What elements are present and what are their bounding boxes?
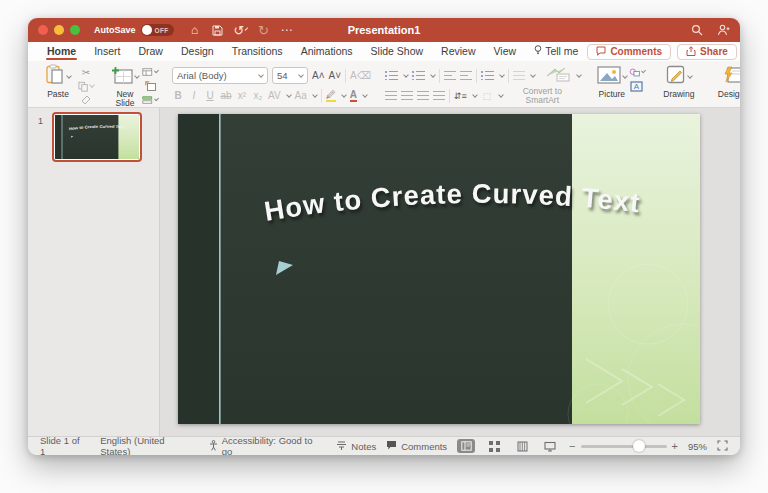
autosave-state: OFF xyxy=(155,27,169,34)
underline-button: U xyxy=(204,90,216,101)
zoom-out-icon[interactable]: − xyxy=(569,440,575,452)
notes-icon xyxy=(336,440,347,452)
zoom-knob[interactable] xyxy=(633,440,645,452)
zoom-slider[interactable]: − + xyxy=(569,440,678,452)
tab-draw[interactable]: Draw xyxy=(129,43,172,60)
normal-view-button[interactable] xyxy=(457,439,475,453)
comments-panel-button[interactable]: Comments xyxy=(386,440,447,452)
tab-insert[interactable]: Insert xyxy=(85,43,129,60)
zoom-in-icon[interactable]: + xyxy=(672,440,678,452)
line-spacing-button[interactable]: ⇵≡ xyxy=(454,91,467,101)
search-icon[interactable] xyxy=(690,23,704,37)
align-right-icon[interactable] xyxy=(417,91,429,100)
new-slide-button[interactable]: New Slide xyxy=(108,65,142,109)
accessibility-status[interactable]: Accessibility: Good to go xyxy=(209,435,323,455)
tab-home[interactable]: Home xyxy=(38,43,85,60)
shapes-icon[interactable] xyxy=(629,66,645,78)
lightbulb-icon xyxy=(534,45,542,57)
layout-icon[interactable] xyxy=(142,66,158,78)
slideshow-button[interactable] xyxy=(541,439,559,453)
language-selector[interactable]: English (United States) xyxy=(100,435,194,455)
slide-number: 1 xyxy=(38,116,43,126)
strikethrough-button: ab xyxy=(220,90,232,101)
more-commands-icon[interactable]: ⋯ xyxy=(280,23,294,37)
font-color-button: A xyxy=(350,90,357,102)
fit-slide-icon[interactable] xyxy=(717,440,728,453)
decrease-indent-icon[interactable] xyxy=(444,71,456,80)
save-icon[interactable] xyxy=(211,23,225,37)
zoom-track[interactable] xyxy=(581,445,667,448)
increase-indent-icon[interactable] xyxy=(460,71,472,80)
character-spacing-button: AV xyxy=(268,90,281,101)
decrease-font-size-button[interactable]: A˅ xyxy=(329,70,342,81)
notes-button[interactable]: Notes xyxy=(336,440,376,452)
increase-font-size-button[interactable]: A˄ xyxy=(312,70,325,81)
font-size-combobox[interactable]: 54 xyxy=(272,67,308,84)
text-box-icon[interactable]: A xyxy=(629,80,645,92)
paste-button[interactable]: Paste xyxy=(38,65,78,99)
powerpoint-window: AutoSave OFF ⌂ ↺ ↻ ⋯ Presentation1 xyxy=(28,18,740,455)
font-name-combobox[interactable]: Arial (Body) xyxy=(172,67,268,84)
columns-icon xyxy=(513,71,525,80)
notes-page-view-button[interactable] xyxy=(513,439,531,453)
slide-info: Slide 1 of 1 xyxy=(40,435,86,455)
slide-canvas[interactable]: How to Create Curved Text xyxy=(178,114,700,424)
drawing-button[interactable]: Drawing xyxy=(659,65,699,99)
align-left-icon[interactable] xyxy=(385,91,397,100)
close-button[interactable] xyxy=(38,25,48,35)
zoom-percentage[interactable]: 95% xyxy=(688,441,707,452)
picture-icon xyxy=(597,66,621,88)
slide-sorter-view-button[interactable] xyxy=(485,439,503,453)
change-case-button: Aa xyxy=(295,90,307,101)
designer-button[interactable]: Designer xyxy=(713,65,740,99)
new-slide-icon xyxy=(111,66,133,88)
slide-thumbnail[interactable]: How to Create Curved Text xyxy=(52,112,142,162)
multilevel-list-icon[interactable] xyxy=(481,71,494,80)
autosave-switch[interactable]: OFF xyxy=(141,24,174,36)
picture-button[interactable]: Picture xyxy=(595,65,629,99)
tab-review[interactable]: Review xyxy=(432,43,484,60)
comments-button[interactable]: Comments xyxy=(587,44,671,60)
status-bar: Slide 1 of 1 English (United States) Acc… xyxy=(28,436,740,455)
tab-slide-show[interactable]: Slide Show xyxy=(362,43,433,60)
titlebar: AutoSave OFF ⌂ ↺ ↻ ⋯ Presentation1 xyxy=(28,18,740,42)
subscript-button: x₂ xyxy=(252,90,264,101)
tab-transitions[interactable]: Transitions xyxy=(223,43,292,60)
share-icon xyxy=(686,46,696,58)
undo-icon[interactable]: ↺ xyxy=(234,23,248,37)
clipboard-icon xyxy=(45,64,65,90)
tab-animations[interactable]: Animations xyxy=(292,43,362,60)
tab-design[interactable]: Design xyxy=(172,43,223,60)
minimize-button[interactable] xyxy=(54,25,64,35)
accessibility-icon xyxy=(209,440,218,453)
autosave-toggle[interactable]: AutoSave OFF xyxy=(94,24,174,36)
reset-icon[interactable] xyxy=(142,80,158,92)
smartart-icon xyxy=(545,66,571,86)
tab-view[interactable]: View xyxy=(485,43,526,60)
zoom-button[interactable] xyxy=(70,25,80,35)
svg-text:A: A xyxy=(634,82,640,91)
italic-button: I xyxy=(188,90,200,101)
home-icon[interactable]: ⌂ xyxy=(188,23,202,37)
autosave-label: AutoSave xyxy=(94,25,136,35)
align-center-icon[interactable] xyxy=(401,91,413,100)
drawing-icon xyxy=(666,65,686,89)
bullets-icon[interactable] xyxy=(385,71,398,80)
tab-tell-me[interactable]: Tell me xyxy=(525,43,587,60)
designer-icon xyxy=(723,66,740,89)
redo-icon: ↻ xyxy=(257,23,271,37)
clear-formatting-button: A⌫ xyxy=(350,70,371,81)
toggle-knob xyxy=(142,25,152,35)
comment-icon xyxy=(596,46,606,58)
justify-icon[interactable] xyxy=(433,91,445,100)
comment-filled-icon xyxy=(386,440,397,452)
slide-graphic: How to Create Curved Text xyxy=(178,114,700,424)
presence-share-icon[interactable] xyxy=(716,23,730,37)
slide-thumbnail-panel: 1 How to Create Curved Text xyxy=(28,108,160,436)
slide-editor-area[interactable]: How to Create Curved Text xyxy=(160,108,740,436)
section-icon[interactable] xyxy=(142,94,158,106)
share-button[interactable]: Share xyxy=(677,44,737,60)
window-controls xyxy=(38,25,80,35)
text-direction-button: ⬚ xyxy=(481,91,493,101)
numbering-icon[interactable] xyxy=(412,71,425,80)
